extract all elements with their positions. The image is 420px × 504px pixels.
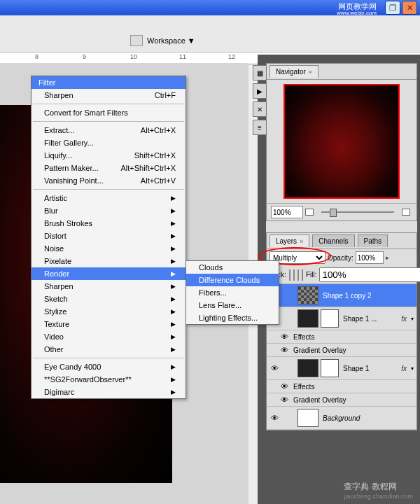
menu-item[interactable]: Stylize▶ — [31, 305, 186, 318]
tab-channels[interactable]: Channels — [312, 234, 354, 247]
menu-item[interactable]: **SG2ForwardObserver**▶ — [31, 373, 186, 386]
navigator-preview[interactable] — [284, 84, 400, 199]
layer-mask[interactable] — [321, 309, 339, 328]
filter-menu: Filter SharpenCtrl+FConvert for Smart Fi… — [31, 76, 186, 399]
effects-row[interactable]: 👁Effects — [267, 380, 416, 393]
menu-item[interactable]: Digimarc▶ — [31, 386, 186, 398]
lock-transparency-icon[interactable] — [289, 270, 290, 281]
workspace-label: Workspace ▼ — [147, 36, 195, 45]
menu-item[interactable]: SharpenCtrl+F — [31, 89, 186, 102]
layer-name: Shape 1 — [343, 365, 397, 372]
panel-dock: ▦ ▶ ✕ ≡ Navigator× Layers× Channels Path… — [258, 55, 420, 504]
options-bar: Workspace ▼ — [0, 15, 420, 52]
layers-panel: Layers× Channels Paths Multiply Opacity:… — [266, 232, 417, 430]
zoom-out-icon[interactable] — [305, 209, 314, 216]
menu-item[interactable]: Sketch▶ — [31, 293, 186, 305]
layer-row[interactable]: 👁 Shape 1 copy 2 — [267, 284, 416, 307]
menu-item[interactable]: Video▶ — [31, 330, 186, 343]
zoom-slider[interactable] — [321, 211, 394, 213]
effects-row[interactable]: 👁Effects — [267, 330, 416, 344]
menu-item[interactable]: Pixelate▶ — [31, 255, 186, 267]
visibility-icon[interactable]: 👁 — [270, 413, 279, 423]
watermark-bottom: 查字典 教程网 jiaocheng.chazidian.com — [344, 481, 413, 500]
submenu-item[interactable]: Difference Clouds — [186, 274, 279, 286]
layer-name: Background — [323, 414, 414, 422]
tab-navigator[interactable]: Navigator× — [270, 65, 318, 78]
menu-item[interactable]: Blur▶ — [31, 204, 186, 217]
workspace-selector[interactable]: Workspace ▼ — [130, 35, 195, 46]
menu-item[interactable]: Extract...Alt+Ctrl+X — [31, 124, 186, 136]
restore-button[interactable]: ❐ — [385, 1, 400, 15]
menu-item[interactable]: Render▶ — [31, 267, 186, 280]
effect-gradient-overlay[interactable]: 👁Gradient Overlay — [267, 344, 416, 357]
effect-gradient-overlay[interactable]: 👁Gradient Overlay — [267, 393, 416, 407]
close-button[interactable]: ✕ — [402, 1, 417, 15]
menu-item[interactable]: Other▶ — [31, 343, 186, 356]
render-submenu: CloudsDifference CloudsFibers...Lens Fla… — [186, 260, 279, 325]
menu-item[interactable]: Pattern Maker...Alt+Shift+Ctrl+X — [31, 162, 186, 174]
lock-all-icon[interactable] — [302, 270, 303, 281]
submenu-item[interactable]: Lens Flare... — [186, 299, 279, 312]
panel-button-2[interactable]: ▶ — [253, 83, 267, 99]
menu-item[interactable]: Liquify...Shift+Ctrl+X — [31, 149, 186, 162]
opacity-input[interactable] — [356, 251, 384, 264]
menu-item[interactable]: Artistic▶ — [31, 192, 186, 204]
fx-badge[interactable]: fx — [401, 365, 407, 372]
submenu-item[interactable]: Fibers... — [186, 286, 279, 299]
menu-item[interactable]: Sharpen▶ — [31, 280, 186, 293]
panel-button-1[interactable]: ▦ — [253, 65, 267, 80]
tab-layers[interactable]: Layers× — [270, 234, 309, 247]
collapsed-panel-buttons: ▦ ▶ ✕ ≡ — [253, 65, 265, 138]
opacity-label: Opacity: — [328, 254, 354, 262]
lock-pixels-icon[interactable] — [293, 270, 295, 281]
fx-badge[interactable]: fx — [401, 315, 407, 323]
layer-row[interactable]: 👁 Shape 1 fx▾ — [267, 357, 416, 380]
layer-mask[interactable] — [321, 359, 339, 377]
menu-item[interactable]: Noise▶ — [31, 242, 186, 255]
panel-button-3[interactable]: ✕ — [253, 102, 267, 117]
layer-name: Shape 1 copy 2 — [323, 292, 414, 300]
layer-thumbnail[interactable] — [298, 409, 318, 427]
menu-item[interactable]: Convert for Smart Filters — [31, 106, 186, 119]
fill-label: Fill: — [306, 271, 317, 279]
layer-row[interactable]: 👁 Shape 1 ... fx▾ — [267, 307, 416, 330]
layer-name: Shape 1 ... — [343, 315, 397, 323]
chevron-right-icon[interactable]: ▸ — [386, 254, 389, 261]
menu-item[interactable]: Eye Candy 4000▶ — [31, 360, 186, 373]
visibility-icon[interactable]: 👁 — [270, 363, 279, 373]
panel-button-4[interactable]: ≡ — [253, 120, 267, 135]
menu-title: Filter — [31, 76, 186, 89]
close-icon[interactable]: × — [309, 69, 312, 76]
layer-thumbnail[interactable] — [298, 309, 318, 328]
lock-position-icon[interactable] — [298, 270, 299, 281]
menu-item[interactable]: Vanishing Point...Alt+Ctrl+V — [31, 174, 186, 187]
navigator-panel: ▦ ▶ ✕ ≡ Navigator× — [266, 63, 417, 221]
submenu-item[interactable]: Lighting Effects... — [186, 312, 279, 324]
menu-item[interactable]: Brush Strokes▶ — [31, 217, 186, 230]
menu-item[interactable]: Texture▶ — [31, 318, 186, 330]
layer-row[interactable]: 👁 Background — [267, 407, 416, 430]
menu-item[interactable]: Filter Gallery... — [31, 136, 186, 149]
layer-thumbnail[interactable] — [298, 286, 318, 304]
menu-item[interactable]: Distort▶ — [31, 230, 186, 242]
zoom-in-icon[interactable] — [402, 209, 410, 216]
submenu-item[interactable]: Clouds — [186, 261, 279, 274]
zoom-input[interactable] — [271, 206, 303, 218]
fill-input[interactable] — [319, 267, 420, 282]
tab-paths[interactable]: Paths — [358, 234, 388, 247]
workspace-icon — [130, 35, 143, 46]
layer-thumbnail[interactable] — [298, 359, 318, 377]
watermark-top: 网页教学网 www.webjx.com — [337, 3, 377, 17]
